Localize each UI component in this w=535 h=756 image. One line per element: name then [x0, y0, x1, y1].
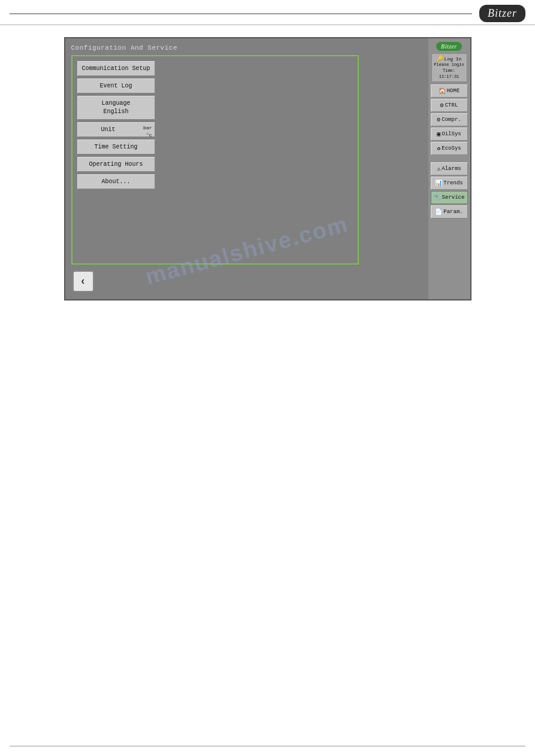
language-value: English — [80, 108, 152, 116]
top-divider — [10, 13, 472, 14]
login-status: Please login Time: 11:17:31 — [433, 62, 466, 80]
back-button[interactable]: ‹ — [72, 271, 94, 292]
key-icon: 🔑 — [437, 56, 443, 62]
nav-home-label: HOME — [447, 88, 460, 94]
service-icon: 🔧 — [434, 194, 441, 201]
nav-oilsys[interactable]: ▣ OilSys — [431, 127, 468, 141]
unit-button[interactable]: Unit bar °c — [77, 122, 155, 137]
alarms-icon: ⚠ — [437, 165, 440, 172]
pressure-unit: bar — [143, 125, 152, 132]
content-area: Communication Setup Event Log Language E… — [71, 55, 359, 265]
operating-hours-button[interactable]: Operating Hours — [77, 157, 155, 172]
time-setting-button[interactable]: Time Setting — [77, 139, 155, 154]
login-button-label[interactable]: Log In — [445, 56, 462, 62]
event-log-button[interactable]: Event Log — [77, 78, 155, 93]
language-button[interactable]: Language English — [77, 96, 155, 120]
oilsys-icon: ▣ — [437, 130, 440, 138]
nav-trends-label: Trends — [443, 180, 463, 186]
temperature-unit: °c — [143, 132, 152, 139]
ecosys-icon: ♻ — [437, 145, 440, 152]
compr-icon: ⚙ — [437, 116, 440, 123]
about-button[interactable]: About... — [77, 174, 155, 189]
nav-service-label: Service — [442, 195, 465, 201]
nav-alarms-label: Alarms — [442, 166, 461, 172]
nav-ecosys-label: EcoSys — [442, 145, 461, 151]
login-section[interactable]: 🔑 Log In Please login Time: 11:17:31 — [431, 53, 467, 82]
login-time: Time: 11:17:31 — [439, 68, 460, 79]
bottom-divider — [10, 746, 525, 746]
param-icon: 📄 — [435, 208, 442, 215]
comm-setup-button[interactable]: Communication Setup — [77, 61, 155, 76]
ctrl-icon: ⚙ — [440, 102, 444, 109]
main-content: Configuration And Service Communication … — [0, 25, 535, 312]
nav-service[interactable]: 🔧 Service — [431, 191, 468, 204]
login-row: 🔑 Log In — [433, 56, 466, 62]
nav-compr-label: Compr. — [442, 117, 461, 123]
right-sidebar: Bitzer 🔑 Log In Please login Time: 11:17… — [428, 38, 470, 299]
unit-values: bar °c — [143, 125, 152, 139]
login-please: Please login — [434, 62, 464, 67]
nav-ctrl[interactable]: ⚙ CTRL — [431, 99, 468, 112]
nav-param-label: Param. — [443, 209, 463, 215]
home-icon: 🏠 — [439, 87, 446, 95]
language-label: Language — [80, 99, 152, 108]
bitzer-logo-top: Bitzer — [479, 5, 525, 22]
nav-compr[interactable]: ⚙ Compr. — [431, 113, 468, 126]
nav-oilsys-label: OilSys — [442, 131, 461, 137]
nav-ctrl-label: CTRL — [445, 102, 458, 108]
nav-trends[interactable]: 📊 Trends — [431, 177, 468, 190]
config-title: Configuration And Service — [71, 44, 422, 51]
left-panel: Configuration And Service Communication … — [65, 38, 428, 299]
unit-label: Unit — [101, 126, 115, 133]
top-bar: Bitzer — [0, 0, 535, 25]
nav-alarms[interactable]: ⚠ Alarms — [431, 162, 468, 175]
nav-ecosys[interactable]: ♻ EcoSys — [431, 142, 468, 155]
trends-icon: 📊 — [435, 180, 442, 187]
device-screen: Configuration And Service Communication … — [64, 37, 471, 300]
nav-home[interactable]: 🏠 HOME — [431, 84, 468, 98]
bitzer-logo-sidebar: Bitzer — [436, 42, 462, 51]
nav-param[interactable]: 📄 Param. — [431, 205, 468, 218]
